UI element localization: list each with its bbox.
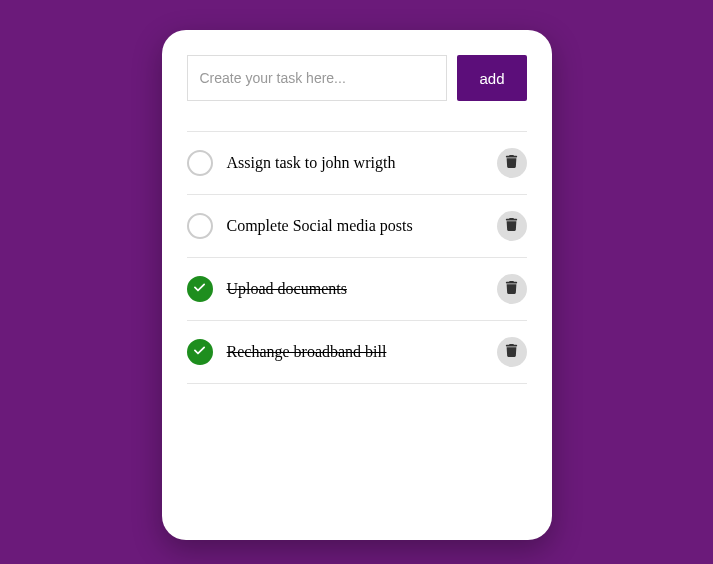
checkbox-unchecked-icon[interactable] bbox=[187, 150, 213, 176]
task-label: Upload documents bbox=[227, 280, 497, 298]
task-item: Upload documents bbox=[187, 257, 527, 320]
trash-icon bbox=[505, 344, 518, 360]
task-list: Assign task to john wrigthComplete Socia… bbox=[187, 131, 527, 384]
task-item: Rechange broadband bill bbox=[187, 320, 527, 384]
task-label: Rechange broadband bill bbox=[227, 343, 497, 361]
checkbox-checked-icon[interactable] bbox=[187, 339, 213, 365]
input-row: add bbox=[187, 55, 527, 101]
task-item: Complete Social media posts bbox=[187, 194, 527, 257]
task-item: Assign task to john wrigth bbox=[187, 131, 527, 194]
delete-button[interactable] bbox=[497, 148, 527, 178]
delete-button[interactable] bbox=[497, 211, 527, 241]
trash-icon bbox=[505, 218, 518, 234]
checkbox-checked-icon[interactable] bbox=[187, 276, 213, 302]
task-input[interactable] bbox=[187, 55, 448, 101]
checkbox-unchecked-icon[interactable] bbox=[187, 213, 213, 239]
trash-icon bbox=[505, 155, 518, 171]
task-label: Assign task to john wrigth bbox=[227, 154, 497, 172]
trash-icon bbox=[505, 281, 518, 297]
add-button[interactable]: add bbox=[457, 55, 526, 101]
delete-button[interactable] bbox=[497, 274, 527, 304]
task-label: Complete Social media posts bbox=[227, 217, 497, 235]
todo-card: add Assign task to john wrigthComplete S… bbox=[162, 30, 552, 540]
delete-button[interactable] bbox=[497, 337, 527, 367]
